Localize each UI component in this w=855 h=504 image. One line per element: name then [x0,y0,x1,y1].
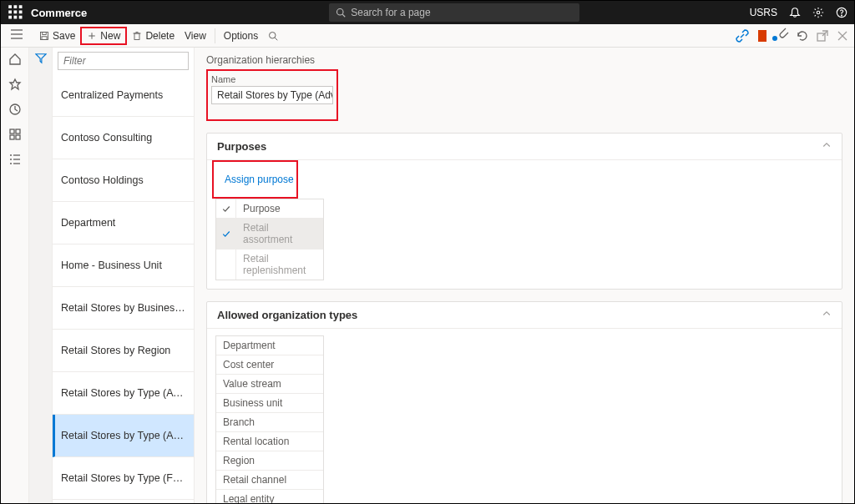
purpose-cell: Retail replenishment [236,249,323,280]
search-icon [268,31,278,41]
row-check[interactable] [216,249,236,280]
list-item[interactable]: Retail Stores by Type (Adventure Works) [53,415,194,457]
list-item[interactable]: Department [53,202,194,244]
svg-rect-5 [19,11,23,14]
attachments-button[interactable] [776,25,789,46]
svg-rect-37 [16,135,20,139]
bell-icon[interactable] [789,7,801,18]
name-label: Name [211,74,333,84]
plus-icon [87,31,97,41]
svg-rect-36 [10,135,14,139]
org-type-row[interactable]: Retail channel [216,471,323,490]
list-item[interactable]: Contoso Holdings [53,159,194,202]
purposes-title: Purposes [217,140,266,153]
svg-rect-3 [8,11,12,14]
svg-rect-35 [16,129,20,134]
notification-dot [772,36,777,41]
toolbar-separator [215,28,215,43]
recent-icon[interactable] [8,103,22,116]
org-type-row[interactable]: Department [216,336,323,355]
org-type-row[interactable]: Value stream [216,375,323,394]
svg-rect-34 [10,129,14,134]
org-type-row[interactable]: Branch [216,413,323,432]
svg-point-13 [842,15,842,16]
list-item[interactable]: Retail Stores by Business Unit [53,287,194,330]
list-item[interactable]: Centralized Payments [53,74,194,117]
org-type-row[interactable]: Business unit [216,394,323,413]
list-item[interactable]: Retail Stores by Region [53,330,194,372]
purpose-check-column [216,199,236,218]
svg-rect-18 [43,32,47,34]
list-item[interactable]: Retail Stores by Type (Fabrikam) [53,457,194,500]
save-button[interactable]: Save [34,28,80,43]
org-type-row[interactable]: Legal entity [216,490,323,503]
svg-rect-27 [758,30,766,42]
svg-rect-4 [14,11,18,14]
office-icon[interactable] [756,29,769,43]
app-name: Commerce [31,7,87,19]
funnel-icon[interactable] [35,53,47,64]
purpose-column-header[interactable]: Purpose [236,199,323,218]
org-type-row[interactable]: Rental location [216,432,323,451]
toolbar-search-button[interactable] [263,29,283,43]
link-icon[interactable] [736,29,749,43]
svg-rect-7 [14,16,18,19]
svg-point-25 [270,32,276,38]
svg-point-11 [817,11,820,14]
close-icon[interactable] [836,29,849,43]
star-icon[interactable] [8,78,22,91]
svg-rect-8 [19,16,23,19]
purpose-cell: Retail assortment [236,219,323,249]
delete-label: Delete [145,30,175,42]
hamburger-icon[interactable] [6,26,28,45]
name-field[interactable]: Retail Stores by Type (Adventur… [211,86,333,104]
allowed-org-types-title: Allowed organization types [217,309,357,321]
page-title: Organization hierarchies [206,54,842,66]
svg-marker-44 [35,54,45,63]
svg-rect-1 [14,5,18,8]
list-item[interactable]: Home - Business Unit [53,244,194,287]
list-item[interactable]: Retail Stores by Type (AW) [53,372,194,415]
new-button[interactable]: New [82,28,125,43]
user-label[interactable]: USRS [750,7,777,18]
list-item[interactable]: Contoso Consulting [53,117,194,159]
popout-icon[interactable] [816,29,829,43]
chevron-up-icon[interactable] [822,140,832,153]
home-icon[interactable] [8,53,22,66]
modules-icon[interactable] [8,153,22,166]
purpose-row[interactable]: Retail replenishment [216,249,323,280]
app-launcher-icon[interactable] [8,4,24,21]
refresh-icon[interactable] [796,29,809,43]
delete-button[interactable]: Delete [127,28,180,43]
svg-rect-2 [19,5,23,8]
view-label: View [185,30,206,42]
view-button[interactable]: View [180,28,211,43]
save-icon [39,31,49,41]
org-type-row[interactable]: Cost center [216,355,323,375]
workspace-icon[interactable] [8,128,22,141]
options-label: Options [224,30,258,42]
help-icon[interactable] [836,7,847,18]
options-button[interactable]: Options [219,28,263,43]
svg-line-26 [275,38,277,40]
trash-icon [132,31,142,41]
paperclip-icon [776,25,789,38]
list-filter-input[interactable] [58,52,189,70]
search-placeholder: Search for a page [351,7,430,18]
save-label: Save [53,30,75,42]
svg-point-9 [337,9,344,16]
gear-icon[interactable] [812,7,824,18]
search-icon [336,8,346,18]
svg-rect-6 [8,16,12,19]
assign-purpose-button[interactable]: Assign purpose [224,169,295,190]
svg-rect-19 [42,36,47,39]
row-check[interactable] [216,219,236,249]
org-type-row[interactable]: Region [216,451,323,471]
global-search[interactable]: Search for a page [329,3,579,22]
svg-line-10 [342,14,345,17]
svg-rect-0 [8,5,12,8]
chevron-up-icon[interactable] [822,309,832,321]
check-icon [222,204,230,213]
new-label: New [100,30,120,42]
purpose-row[interactable]: Retail assortment [216,219,323,249]
